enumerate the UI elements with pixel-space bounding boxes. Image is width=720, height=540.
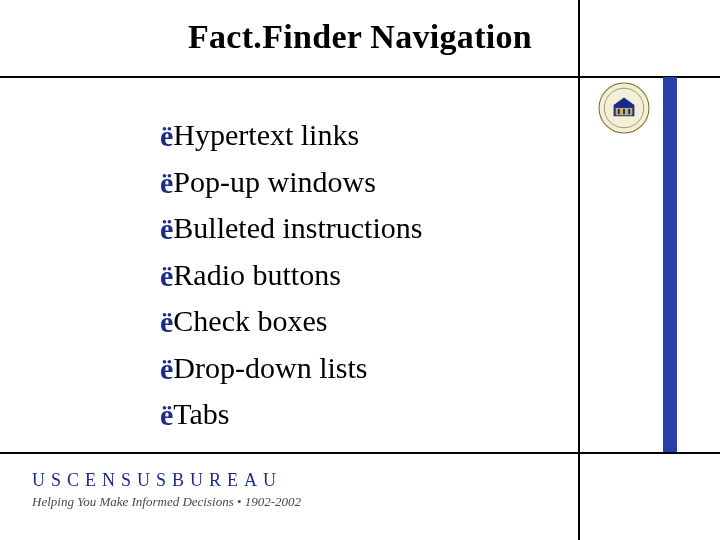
agency-seal-icon <box>598 82 650 134</box>
slide: Fact.Finder Navigation ëHypertext links … <box>0 0 720 540</box>
svg-rect-5 <box>628 109 630 114</box>
list-item: ëBulleted instructions <box>160 205 422 252</box>
divider-vertical <box>578 0 580 540</box>
divider-bottom <box>0 452 720 454</box>
footer-tagline: Helping You Make Informed Decisions • 19… <box>32 494 301 510</box>
footer-brand-text: USCENSUSBUREAU <box>32 470 282 490</box>
svg-rect-3 <box>618 109 620 114</box>
accent-stripe <box>663 77 677 453</box>
list-item-text: Radio buttons <box>173 258 341 291</box>
divider-top <box>0 76 720 78</box>
list-item: ëHypertext links <box>160 112 422 159</box>
bullet-arrow-icon: ë <box>160 346 173 393</box>
svg-rect-4 <box>623 109 625 114</box>
bullet-arrow-icon: ë <box>160 160 173 207</box>
footer-tagline-text: Helping You Make Informed Decisions <box>32 494 234 509</box>
list-item-text: Check boxes <box>173 304 327 337</box>
list-item-text: Tabs <box>173 397 229 430</box>
list-item-text: Hypertext links <box>173 118 359 151</box>
list-item: ëDrop-down lists <box>160 345 422 392</box>
list-item-text: Bulleted instructions <box>173 211 422 244</box>
list-item: ëCheck boxes <box>160 298 422 345</box>
list-item: ëTabs <box>160 391 422 438</box>
bullet-arrow-icon: ë <box>160 392 173 439</box>
footer-years: 1902-2002 <box>245 494 301 509</box>
bullet-arrow-icon: ë <box>160 299 173 346</box>
bullet-arrow-icon: ë <box>160 206 173 253</box>
list-item-text: Pop-up windows <box>173 165 376 198</box>
footer-separator: • <box>237 494 242 509</box>
slide-title: Fact.Finder Navigation <box>0 18 720 56</box>
bullet-list: ëHypertext links ëPop-up windows ëBullet… <box>160 112 422 438</box>
bullet-arrow-icon: ë <box>160 253 173 300</box>
list-item: ëPop-up windows <box>160 159 422 206</box>
bullet-arrow-icon: ë <box>160 113 173 160</box>
footer-brand: USCENSUSBUREAU <box>32 470 282 491</box>
list-item: ëRadio buttons <box>160 252 422 299</box>
list-item-text: Drop-down lists <box>173 351 367 384</box>
